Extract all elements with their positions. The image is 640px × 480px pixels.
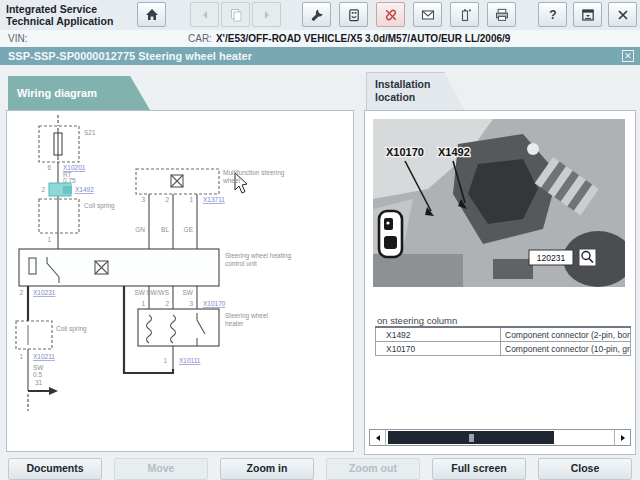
back-button[interactable]: [190, 2, 219, 27]
wrench-icon: [309, 7, 325, 23]
content-area: Wiring diagram Installation location: [0, 65, 640, 456]
image-number: 120231: [537, 253, 566, 263]
tab-installation-location[interactable]: Installation location: [366, 72, 464, 110]
magnifier-button[interactable]: [579, 249, 596, 266]
wire-color: GN: [135, 226, 145, 233]
connector-ref-x10170[interactable]: X10170: [203, 300, 226, 307]
wiring-diagram-panel: S21 6 RT 0.75 2 Coil spring 1 Multifunct…: [6, 110, 354, 452]
image-number-box: 120231: [529, 250, 573, 265]
scroll-right-icon: [619, 434, 627, 442]
pages-icon: [228, 7, 244, 23]
pin-number: 1: [47, 236, 51, 243]
steering-column-photo: X10170 X1492 120231: [373, 119, 625, 287]
pin-number: 1: [189, 196, 193, 203]
pin-number: 2: [165, 300, 169, 307]
table-row[interactable]: X10170 Component connector (10-pin, gree…: [376, 342, 631, 356]
wire-color: BL: [161, 226, 169, 233]
close-button[interactable]: Close: [538, 458, 632, 480]
fuse-label: S21: [84, 129, 96, 136]
photo-connector-label-x1492: X1492: [438, 146, 470, 158]
heater-label-2: heater: [225, 320, 244, 327]
svg-text:?: ?: [549, 8, 556, 22]
documents-footer-button[interactable]: Documents: [8, 458, 102, 480]
top-toolbar: Integrated Service Technical Application: [0, 0, 640, 31]
connector-ref[interactable]: X10231: [33, 289, 56, 296]
wiring-diagram-canvas[interactable]: S21 6 RT 0.75 2 Coil spring 1 Multifunct…: [7, 111, 353, 451]
battery-icon: [457, 7, 473, 23]
envelope-icon: [420, 7, 436, 23]
forward-button[interactable]: [252, 2, 281, 27]
dock-window-button[interactable]: [573, 2, 602, 27]
scroll-left-button[interactable]: [370, 430, 386, 445]
documents-button[interactable]: [221, 2, 250, 27]
wire-gauge: 0.5: [33, 371, 42, 378]
pin-number: 2: [165, 196, 169, 203]
home-button[interactable]: [137, 2, 166, 27]
pin-number: 3: [189, 300, 193, 307]
connector-desc: Component connector (10-pin, green): [501, 342, 631, 356]
zoom-in-button[interactable]: Zoom in: [220, 458, 314, 480]
msw-label-1: Multifunction steering: [223, 169, 285, 177]
pin-number: 1: [141, 300, 145, 307]
horizontal-scrollbar: [369, 429, 631, 446]
installation-location-panel: X10170 X1492 120231: [364, 110, 636, 455]
connector-ref[interactable]: X10211: [33, 353, 55, 360]
scrollbar-thumb[interactable]: [388, 431, 554, 444]
pin-number: 2: [19, 289, 23, 296]
connector-ref-x1492[interactable]: X1492: [75, 186, 94, 193]
tab-wiring-diagram[interactable]: Wiring diagram: [8, 76, 150, 110]
exit-button[interactable]: [608, 2, 637, 27]
car-value: X'/E53/OFF-ROAD VEHICLE/X5 3.0d/M57/AUTO…: [216, 33, 511, 44]
connector-ref[interactable]: X13711: [203, 196, 225, 203]
printer-icon: [494, 7, 510, 23]
control-unit-label-2: control unit: [225, 260, 257, 267]
zoom-out-button[interactable]: Zoom out: [326, 458, 420, 480]
mail-button[interactable]: [413, 2, 442, 27]
wire-color: SW: [183, 289, 194, 296]
car-label: CAR:: [188, 33, 212, 44]
wire-color: SW: [33, 364, 44, 371]
connector-ref[interactable]: X10111: [179, 357, 201, 364]
document-close-icon[interactable]: ✕: [622, 50, 634, 62]
vin-label: VIN:: [8, 33, 27, 44]
table-caption: on steering column: [377, 315, 457, 326]
connector-table: X1492 Component connector (2-pin, bordea…: [375, 326, 631, 356]
pin-number: 1: [163, 357, 167, 364]
scrollbar-track[interactable]: [386, 430, 614, 445]
battery-button[interactable]: [450, 2, 479, 27]
wire-color: SW/WS: [146, 289, 169, 296]
pin-number: 3: [141, 196, 145, 203]
msw-label-2: wheel: [222, 177, 241, 184]
table-row[interactable]: X1492 Component connector (2-pin, bordea…: [376, 327, 631, 342]
ground-label: 31: [35, 379, 43, 386]
installation-photo: X10170 X1492 120231: [373, 119, 625, 287]
tab-installation-label-line2: location: [375, 91, 463, 104]
control-unit-label-1: Steering wheel heating: [225, 252, 292, 260]
wire-color: GE: [184, 226, 194, 233]
question-mark-icon: ?: [545, 7, 561, 23]
print-button[interactable]: [487, 2, 516, 27]
device-icon: [346, 7, 362, 23]
scroll-right-button[interactable]: [614, 430, 630, 445]
ista-window: Integrated Service Technical Application: [0, 0, 640, 480]
coil-spring-label: Coil spring: [56, 325, 87, 333]
pin-number: 1: [19, 353, 23, 360]
device-button[interactable]: [339, 2, 368, 27]
highlighted-connector-x1492[interactable]: [49, 183, 72, 196]
connector-ref[interactable]: X10201: [63, 164, 86, 171]
pin-number: 6: [47, 164, 51, 171]
vehicle-info-bar: VIN: CAR:X'/E53/OFF-ROAD VEHICLE/X5 3.0d…: [0, 30, 640, 47]
close-icon: [615, 7, 631, 23]
photo-connector-label-x10170: X10170: [386, 146, 424, 158]
tab-wiring-diagram-label: Wiring diagram: [17, 87, 97, 99]
workshop-button[interactable]: [302, 2, 331, 27]
full-screen-button[interactable]: Full screen: [432, 458, 526, 480]
disconnect-button[interactable]: [376, 2, 405, 27]
broken-link-icon: [383, 7, 399, 23]
scroll-left-icon: [374, 434, 382, 442]
car-position-icon: [379, 211, 402, 257]
help-button[interactable]: ?: [538, 2, 567, 27]
move-button[interactable]: Move: [114, 458, 208, 480]
wire-gauge: 0.75: [63, 177, 76, 184]
heater-label-1: Steering wheel: [225, 312, 269, 320]
